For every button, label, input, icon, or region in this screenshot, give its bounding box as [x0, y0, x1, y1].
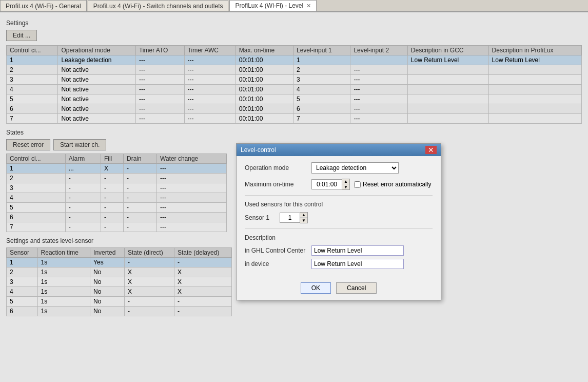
tab-level-label: ProfiLux 4 (Wi-Fi) - Level [235, 2, 303, 9]
tab-switch[interactable]: ProfiLux 4 (Wi-Fi) - Switch channels and… [88, 0, 229, 11]
op-mode-control: Leakage detection ATO (fill) AWC Not act… [311, 162, 399, 174]
gcc-desc-input[interactable] [311, 245, 404, 256]
ok-button[interactable]: OK [301, 282, 331, 294]
tab-general[interactable]: ProfiLux 4 (Wi-Fi) - General [0, 0, 87, 11]
device-desc-row: in device [245, 259, 433, 269]
cancel-button[interactable]: Cancel [336, 282, 377, 294]
dialog-close-button[interactable]: ✕ [425, 146, 437, 154]
spinner-buttons: ▲ ▼ [342, 179, 350, 190]
max-on-control: ▲ ▼ Reset error automatically [311, 179, 431, 190]
close-icon[interactable]: ✕ [306, 3, 311, 9]
dialog-title: Level-control [241, 146, 276, 154]
sensor1-label: Sensor 1 [245, 214, 276, 221]
device-desc-input[interactable] [311, 259, 404, 269]
op-mode-row: Operation mode Leakage detection ATO (fi… [245, 162, 433, 174]
gcc-desc-label: in GHL Control Center [245, 247, 311, 254]
separator1 [245, 195, 433, 196]
separator2 [245, 228, 433, 229]
sensor1-input[interactable] [280, 213, 300, 223]
sensor1-up-button[interactable]: ▲ [300, 213, 307, 218]
sensor1-spinner-btns: ▲ ▼ [300, 212, 308, 223]
dialog-body: Operation mode Leakage detection ATO (fi… [237, 156, 441, 278]
spinner-down-button[interactable]: ▼ [342, 184, 349, 189]
tab-general-label: ProfiLux 4 (Wi-Fi) - General [6, 3, 81, 10]
op-mode-label: Operation mode [245, 164, 311, 171]
op-mode-dropdown[interactable]: Leakage detection ATO (fill) AWC Not act… [311, 162, 399, 174]
max-on-spinner: ▲ ▼ [311, 179, 350, 190]
used-sensors-title: Used sensors for this control [245, 201, 433, 208]
gcc-desc-row: in GHL Control Center [245, 245, 433, 256]
max-on-input[interactable] [311, 179, 342, 189]
reset-error-row: Reset error automatically [354, 181, 431, 188]
description-title: Description [245, 234, 433, 241]
tab-switch-label: ProfiLux 4 (Wi-Fi) - Switch channels and… [93, 3, 223, 10]
max-on-row: Maximum on-time ▲ ▼ Reset error automati… [245, 179, 433, 190]
device-desc-label: in device [245, 260, 311, 268]
main-content: Settings Edit ... Control ci... Operatio… [0, 12, 588, 382]
spinner-up-button[interactable]: ▲ [342, 179, 349, 184]
reset-error-label: Reset error automatically [363, 181, 431, 188]
sensor1-row: Sensor 1 ▲ ▼ [245, 212, 433, 223]
tab-bar: ProfiLux 4 (Wi-Fi) - General ProfiLux 4 … [0, 0, 588, 12]
dialog-title-bar: Level-control ✕ [237, 144, 441, 156]
dialog-overlay: Level-control ✕ Operation mode Leakage d… [0, 12, 588, 382]
tab-level[interactable]: ProfiLux 4 (Wi-Fi) - Level ✕ [229, 0, 317, 11]
sensor1-down-button[interactable]: ▼ [300, 218, 307, 223]
level-control-dialog: Level-control ✕ Operation mode Leakage d… [236, 143, 441, 300]
sensor1-spinner: ▲ ▼ [280, 212, 308, 223]
dialog-footer: OK Cancel [237, 278, 441, 300]
reset-error-checkbox[interactable] [354, 181, 361, 188]
max-on-label: Maximum on-time [245, 181, 311, 188]
